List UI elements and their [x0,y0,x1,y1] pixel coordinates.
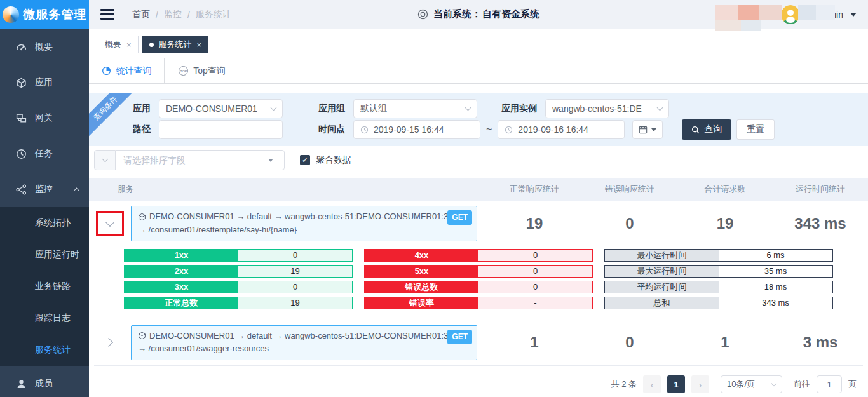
goto-label: 前往 [794,379,810,390]
redacted-block [715,20,761,31]
monitoring-submenu: 系统拓扑 应用运行时 业务链路 跟踪日志 服务统计 [0,207,89,366]
error-response-table: 4xx0 5xx0 错误总数0 错误率- [364,249,593,309]
sidebar-item-label: 监控 [35,184,53,195]
sidebar-item-label: 网关 [35,112,53,124]
group-select[interactable]: 默认组 [353,99,477,118]
target-icon [417,9,428,20]
search-button[interactable]: 查询 [682,119,731,140]
stat-value: 0 [478,281,592,293]
group-label: 应用组 [283,103,353,114]
stat-value: 19 [238,266,352,277]
page-size-value: 10条/页 [727,379,755,390]
aggregate-toggle[interactable]: ✓ 聚合数据 [300,154,351,166]
pagination-bar: 共 2 条 ‹ 1 › 10条/页 前往 页 [89,366,868,397]
sidebar-item-overview[interactable]: 概要 [0,29,89,65]
active-dot-icon [149,43,154,47]
service-box[interactable]: DEMO-CONSUMER01 → default → wangwb-cento… [131,206,477,241]
close-icon[interactable]: × [197,41,202,49]
top-bar-main: 首页 / 监控 / 服务统计 当前系统：自有资金系统 系统 sy [89,0,868,29]
service-cell: DEMO-CONSUMER01 → default → wangwb-cento… [131,206,487,241]
submenu-item-trace-log[interactable]: 跟踪日志 [0,302,89,334]
instance-select[interactable]: wangwb-centos-51:DE [545,99,669,118]
query-condition-panel: 查询条件 应用 DEMO-CONSUMER01 应用组 默认组 应用实例 wan… [89,93,868,146]
service-box[interactable]: DEMO-CONSUMER01 → default → wangwb-cento… [131,325,477,361]
sort-field-input[interactable] [116,150,257,170]
system-menu[interactable]: 系统 [757,9,775,20]
goto-page-input[interactable] [817,375,842,393]
app-select[interactable]: DEMO-CONSUMER01 [159,99,283,118]
column-header-normal: 正常响应统计 [487,184,582,195]
reset-button[interactable]: 重置 [736,119,775,140]
logo-swirl-icon [3,6,19,23]
stat-label: 错误率 [365,297,478,309]
sidebar-item-gateway[interactable]: 网关 [0,100,89,136]
calendar-icon [639,125,648,134]
path-field [159,120,283,139]
page-size-select[interactable]: 10条/页 [721,375,782,393]
stat-row: 错误总数0 [364,281,593,293]
current-system: 当前系统：自有资金系统 [417,8,539,20]
subtab-top-query[interactable]: TOP Top查询 [165,58,240,83]
table-header: 服务 正常响应统计 错误响应统计 合计请求数 运行时间统计 [89,178,868,201]
app-title: 微服务管理 [24,6,87,23]
expand-cell [89,211,131,236]
service-path-line1: DEMO-CONSUMER01 → default → wangwb-cento… [149,210,466,224]
submenu-item-service-stats[interactable]: 服务统计 [0,334,89,366]
stat-label: 1xx [125,250,238,261]
breadcrumb-separator: / [187,10,190,20]
stat-value: 0 [478,266,592,277]
prev-page-button[interactable]: ‹ [643,375,661,393]
expand-row-button[interactable] [104,338,113,347]
time-from-input[interactable]: 2019-09-15 16:44 [353,120,480,139]
avatar[interactable] [781,5,800,24]
next-page-button[interactable]: › [691,375,709,393]
submenu-item-business-chain[interactable]: 业务链路 [0,271,89,302]
sidebar-item-applications[interactable]: 应用 [0,65,89,100]
user-dropdown-caret-icon[interactable] [850,13,857,17]
app-logo: 微服务管理 [0,0,89,29]
breadcrumb-separator: / [156,10,158,20]
sort-field-dropdown-button[interactable] [257,150,285,170]
path-input[interactable] [166,124,276,135]
top-bar: 微服务管理 首页 / 监控 / 服务统计 当前系统：自有资金系统 系统 [0,0,868,29]
calendar-shortcut-button[interactable] [632,120,663,139]
error-count: 0 [582,333,677,351]
table-row: DEMO-CONSUMER01 → default → wangwb-cento… [89,201,868,246]
sort-direction-button[interactable] [94,150,116,170]
breadcrumb-monitor[interactable]: 监控 [164,9,182,20]
chevron-down-icon [271,105,277,111]
tab-service-stats[interactable]: 服务统计 × [142,36,209,53]
close-icon[interactable]: × [126,41,132,49]
aggregate-checkbox[interactable]: ✓ [300,155,310,165]
service-cell: DEMO-CONSUMER01 → default → wangwb-cento… [131,325,487,361]
breadcrumb-home[interactable]: 首页 [132,9,150,20]
sidebar-item-members[interactable]: 成员 [0,366,89,397]
http-method-badge: GET [447,210,472,225]
main-content: 概要 × 服务统计 × 统计查询 TOP Top查询 查询条件 应用 DEMO-… [89,29,868,397]
menu-collapse-icon[interactable] [100,9,114,20]
username[interactable]: sysadmin [806,10,843,20]
total-count: 1 [677,333,773,351]
sidebar-item-tasks[interactable]: 任务 [0,136,89,172]
query-form-row-2: 路径 时间点 2019-09-15 16:44 ~ 2019-09-16 16:… [114,120,868,139]
stat-row: 5xx0 [364,265,593,278]
stat-value: 0 [238,281,352,293]
tab-overview[interactable]: 概要 × [98,36,139,53]
total-count-label: 共 2 条 [611,379,637,390]
query-form-row-1: 应用 DEMO-CONSUMER01 应用组 默认组 应用实例 wangwb-c… [114,99,868,118]
share-nodes-icon [16,184,27,195]
subtab-statistics-query[interactable]: 统计查询 [89,58,165,83]
sidebar-item-monitoring[interactable]: 监控 [0,172,89,207]
stat-row: 正常总数19 [124,297,353,309]
stat-label: 正常总数 [125,297,238,309]
column-header-service: 服务 [89,184,487,195]
search-button-label: 查询 [704,124,722,135]
time-to-input[interactable]: 2019-09-16 16:44 [498,120,625,139]
stat-label: 最大运行时间 [605,266,719,277]
collapse-row-button[interactable] [105,218,114,227]
stat-label: 2xx [125,266,238,277]
submenu-item-topology[interactable]: 系统拓扑 [0,207,89,239]
stat-label: 最小运行时间 [605,250,719,261]
submenu-item-app-runtime[interactable]: 应用运行时 [0,239,89,271]
page-number-button[interactable]: 1 [667,375,685,393]
